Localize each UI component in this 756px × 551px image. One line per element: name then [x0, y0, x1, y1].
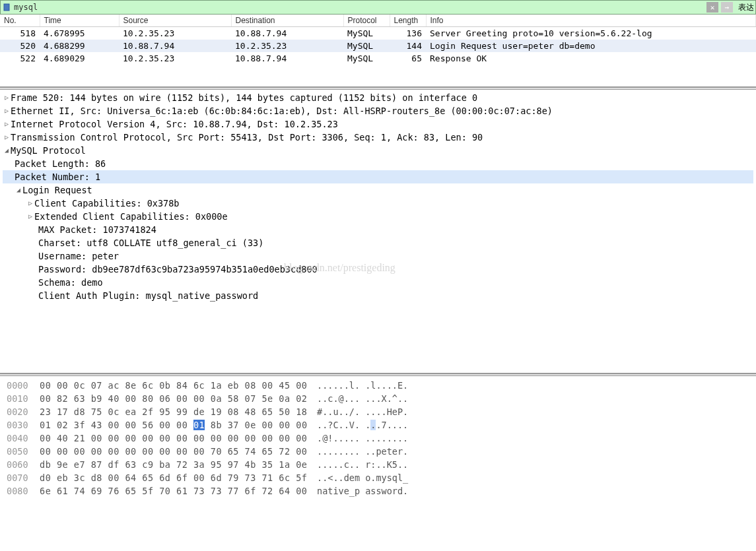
expand-icon[interactable]: ▷ — [3, 104, 11, 117]
collapse-icon[interactable]: ◢ — [3, 144, 11, 157]
expand-icon[interactable]: ▷ — [3, 91, 11, 104]
display-filter-bar: ✕ → 表达 — [0, 0, 756, 15]
col-header-protocol[interactable]: Protocol — [343, 15, 390, 27]
col-header-info[interactable]: Info — [426, 15, 756, 27]
max-packet-text: MAX Packet: 1073741824 — [38, 223, 156, 236]
svg-rect-0 — [4, 4, 9, 11]
filter-right-label: 表达 — [738, 2, 754, 13]
table-row[interactable]: 5184.67899510.2.35.2310.88.7.94MySQL136S… — [0, 27, 756, 40]
frame-text: Frame 520: 144 bytes on wire (1152 bits)… — [11, 91, 477, 104]
login-title: Login Request — [22, 183, 92, 197]
packet-table: No. Time Source Destination Protocol Len… — [0, 15, 756, 65]
apply-filter-icon[interactable]: → — [721, 2, 733, 13]
password-text: Password: db9ee787df63c9ba723a95974b351a… — [38, 263, 318, 276]
ip-text: Internet Protocol Version 4, Src: 10.88.… — [11, 117, 338, 131]
col-header-length[interactable]: Length — [390, 15, 426, 27]
col-header-source[interactable]: Source — [119, 15, 231, 27]
col-header-destination[interactable]: Destination — [231, 15, 343, 27]
client-capabilities[interactable]: ▷ Client Capabilities: 0x378b — [3, 197, 753, 210]
expand-icon[interactable]: ▷ — [3, 117, 11, 131]
display-filter-input[interactable] — [14, 3, 704, 12]
ip-summary[interactable]: ▷ Internet Protocol Version 4, Src: 10.8… — [3, 117, 753, 131]
login-request[interactable]: ◢ Login Request — [3, 183, 753, 197]
packet-list-pane: No. Time Source Destination Protocol Len… — [0, 15, 756, 87]
expand-icon[interactable]: ▷ — [26, 210, 34, 223]
username-text: Username: peter — [38, 249, 119, 263]
table-row[interactable]: 5224.68902910.2.35.2310.88.7.94MySQL65Re… — [0, 52, 756, 65]
hex-row[interactable]: 004000 40 21 00 00 00 00 00 00 00 00 00 … — [7, 432, 749, 445]
packet-details-pane: ▷ Frame 520: 144 bytes on wire (1152 bit… — [0, 90, 756, 373]
col-header-no[interactable]: No. — [0, 15, 40, 27]
hex-row[interactable]: 0070d0 eb 3c d8 00 64 65 6d 6f 00 6d 79 … — [7, 471, 749, 484]
hex-row[interactable]: 0060db 9e e7 87 df 63 c9 ba 72 3a 95 97 … — [7, 458, 749, 471]
collapse-icon[interactable]: ◢ — [15, 183, 22, 197]
charset[interactable]: Charset: utf8 COLLATE utf8_general_ci (3… — [3, 236, 753, 249]
charset-text: Charset: utf8 COLLATE utf8_general_ci (3… — [38, 236, 263, 249]
schema[interactable]: Schema: demo — [3, 276, 753, 289]
extended-capabilities[interactable]: ▷ Extended Client Capabilities: 0x000e — [3, 210, 753, 223]
hex-row[interactable]: 00806e 61 74 69 76 65 5f 70 61 73 73 77 … — [7, 484, 749, 498]
packet-number-text: Packet Number: 1 — [15, 170, 100, 183]
hex-row[interactable]: 001000 82 63 b9 40 00 80 06 00 00 0a 58 … — [7, 392, 749, 405]
hex-dump-pane: 000000 00 0c 07 ac 8e 6c 0b 84 6c 1a eb … — [0, 376, 756, 500]
auth-plugin[interactable]: Client Auth Plugin: mysql_native_passwor… — [3, 289, 753, 302]
username[interactable]: Username: peter — [3, 249, 753, 263]
expand-icon[interactable]: ▷ — [26, 197, 34, 210]
client-caps-text: Client Capabilities: 0x378b — [34, 197, 179, 210]
frame-summary[interactable]: ▷ Frame 520: 144 bytes on wire (1152 bit… — [3, 91, 753, 104]
password[interactable]: Password: db9ee787df63c9ba723a95974b351a… — [3, 263, 753, 276]
mysql-protocol[interactable]: ◢ MySQL Protocol — [3, 144, 753, 157]
ethernet-summary[interactable]: ▷ Ethernet II, Src: Universa_6c:1a:eb (6… — [3, 104, 753, 117]
ethernet-text: Ethernet II, Src: Universa_6c:1a:eb (6c:… — [11, 104, 553, 117]
schema-text: Schema: demo — [38, 276, 103, 289]
tcp-text: Transmission Control Protocol, Src Port:… — [11, 131, 483, 144]
ext-caps-text: Extended Client Capabilities: 0x000e — [34, 210, 228, 223]
mysql-title: MySQL Protocol — [11, 144, 86, 157]
hex-row[interactable]: 000000 00 0c 07 ac 8e 6c 0b 84 6c 1a eb … — [7, 379, 749, 392]
auth-plugin-text: Client Auth Plugin: mysql_native_passwor… — [38, 289, 258, 302]
packet-length[interactable]: Packet Length: 86 — [3, 157, 753, 170]
packet-length-text: Packet Length: 86 — [15, 157, 106, 170]
hex-row[interactable]: 003001 02 3f 43 00 00 56 00 00 01 8b 37 … — [7, 418, 749, 432]
col-header-time[interactable]: Time — [40, 15, 119, 27]
table-row[interactable]: 5204.68829910.88.7.9410.2.35.23MySQL144L… — [0, 40, 756, 52]
clear-filter-icon[interactable]: ✕ — [706, 2, 718, 13]
hex-row[interactable]: 002023 17 d8 75 0c ea 2f 95 99 de 19 08 … — [7, 405, 749, 418]
expand-icon[interactable]: ▷ — [3, 131, 11, 144]
max-packet[interactable]: MAX Packet: 1073741824 — [3, 223, 753, 236]
hex-row[interactable]: 005000 00 00 00 00 00 00 00 00 00 70 65 … — [7, 445, 749, 458]
bookmark-icon[interactable] — [2, 3, 11, 12]
packet-number[interactable]: Packet Number: 1 — [3, 170, 753, 183]
tcp-summary[interactable]: ▷ Transmission Control Protocol, Src Por… — [3, 131, 753, 144]
